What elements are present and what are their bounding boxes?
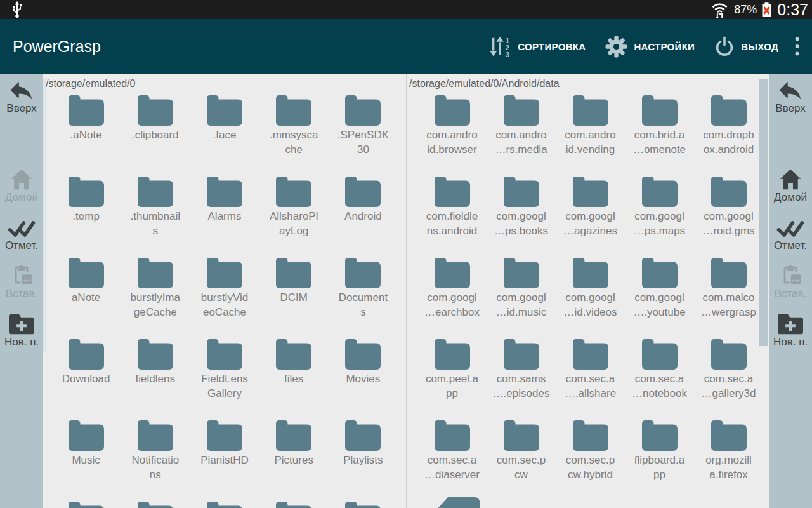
folder-item[interactable]: Download (51, 337, 121, 418)
folder-icon (639, 255, 680, 291)
folder-item[interactable]: Music (51, 418, 121, 499)
up-arrow-icon (777, 79, 804, 101)
folder-item-partial[interactable] (435, 497, 481, 508)
folder-item-partial[interactable] (121, 499, 190, 508)
folder-item[interactable]: Alarms (190, 174, 259, 255)
folder-item[interactable]: com.brid.a …omenote (625, 93, 694, 174)
sidebar-right-up-button[interactable]: Вверх (769, 79, 812, 115)
folder-item[interactable]: com.sams ….episodes (487, 337, 556, 418)
folder-item[interactable]: org.mozill a.firefox (694, 418, 763, 499)
folder-item[interactable]: com.andro id.vending (556, 93, 625, 174)
folder-icon (709, 174, 749, 210)
folder-item-partial[interactable] (51, 499, 121, 508)
sidebar-left-up-button[interactable]: Вверх (0, 79, 43, 115)
folder-item[interactable]: com.dropb ox.android (694, 93, 763, 174)
folder-item[interactable]: com.sec.p cw.hybrid (556, 418, 625, 499)
folder-item[interactable]: com.sec.a ….allshare (556, 337, 625, 418)
folder-grid-left[interactable]: .aNote.clipboard.face.mmsysca che.SPenSD… (51, 93, 398, 508)
folder-item[interactable]: fieldlens (121, 337, 190, 418)
overflow-menu-button[interactable] (795, 36, 799, 57)
folder-item[interactable]: .face (190, 93, 259, 174)
folder-label: Music (72, 453, 100, 468)
folder-item[interactable]: com.googl …earchbox (417, 255, 487, 337)
folder-icon (135, 337, 176, 372)
folder-item[interactable]: com.sec.p cw (487, 418, 556, 499)
folder-icon (135, 93, 176, 128)
folder-item[interactable]: .thumbnail s (121, 174, 190, 255)
overflow-menu-icon (795, 36, 799, 57)
folder-icon (204, 499, 245, 508)
exit-button[interactable]: ВЫХОД (714, 36, 778, 57)
folder-item[interactable]: Pictures (259, 418, 329, 499)
sidebar-label: Домой (774, 191, 807, 204)
folder-item[interactable]: Document s (329, 255, 398, 337)
folder-icon (343, 499, 383, 508)
folder-item[interactable]: com.sec.a …notebook (625, 337, 694, 418)
folder-item[interactable]: DCIM (259, 255, 329, 337)
app-bar: PowerGrasp 123СОРТИРОВКАНАСТРОЙКИВЫХОД (0, 19, 812, 74)
folder-item[interactable]: com.sec.a …diaserver (417, 418, 487, 499)
folder-item[interactable]: Movies (329, 337, 398, 418)
folder-item[interactable]: com.fieldle ns.android (417, 174, 487, 255)
folder-icon (343, 418, 383, 453)
sidebar-left-mark-button[interactable]: Отмет. (0, 217, 43, 252)
folder-item[interactable]: .mmsysca che (259, 93, 329, 174)
right-panel-scrollbar-thumb[interactable] (759, 79, 768, 346)
folder-grid-right[interactable]: com.andro id.browsercom.andro …rs.mediac… (417, 93, 763, 499)
folder-item[interactable]: FieldLens Gallery (190, 337, 259, 418)
folder-label: com.googl …ps.books (494, 210, 548, 238)
path-right: /storage/emulated/0/Android/data (409, 74, 769, 93)
folder-icon (709, 255, 749, 291)
folder-item[interactable]: aNote (51, 255, 121, 337)
folder-item[interactable]: files (259, 337, 329, 418)
folder-item-partial[interactable] (190, 499, 259, 508)
folder-item[interactable]: PianistHD (190, 418, 259, 499)
folder-item-partial[interactable] (329, 499, 398, 508)
folder-item[interactable]: burstlyIma geCache (121, 255, 190, 337)
folder-item[interactable]: .aNote (51, 93, 121, 174)
folder-item[interactable]: com.andro …rs.media (487, 93, 556, 174)
folder-label: .thumbnail s (131, 210, 180, 238)
sidebar-left-home-button[interactable]: Домой (0, 168, 43, 204)
folder-item[interactable]: AllsharePl ayLog (259, 174, 329, 255)
folder-item[interactable]: com.googl …ps.books (487, 174, 556, 255)
sidebar-label: Отмет. (5, 239, 38, 252)
svg-text:3: 3 (506, 50, 510, 57)
folder-item[interactable]: .temp (51, 174, 121, 255)
main-area: ВверхДомойОтмет.Встав.Нов. п. /storage/e… (0, 74, 812, 508)
folder-item[interactable]: flipboard.a pp (625, 418, 694, 499)
folder-item[interactable]: .clipboard (121, 93, 190, 174)
folder-item[interactable]: Playlists (329, 418, 398, 499)
sidebar-right-home-button[interactable]: Домой (769, 168, 812, 204)
sidebar-right-new-folder-button[interactable]: Нов. п. (769, 313, 812, 349)
folder-item-partial[interactable] (259, 499, 329, 508)
folder-item[interactable]: com.googl …agazines (556, 174, 625, 255)
folder-item[interactable]: Android (329, 174, 398, 255)
sidebar-right-paste-button[interactable]: Встав. (769, 265, 812, 300)
folder-item[interactable]: com.sec.a …gallery3d (694, 337, 763, 418)
settings-button[interactable]: НАСТРОЙКИ (605, 35, 695, 58)
folder-item[interactable]: .SPenSDK 30 (329, 93, 398, 174)
folder-icon (273, 418, 314, 453)
folder-icon (135, 418, 176, 453)
folder-item[interactable]: com.googl …id.music (487, 255, 556, 337)
sidebar-left-paste-button[interactable]: Встав. (0, 265, 43, 300)
left-panel-scrollbar-thumb[interactable] (43, 79, 46, 351)
sort-button[interactable]: 123СОРТИРОВКА (488, 36, 586, 57)
folder-item[interactable]: com.malco …wergrasp (694, 255, 763, 337)
folder-label: com.fieldle ns.android (426, 210, 478, 238)
folder-item[interactable]: com.peel.a pp (417, 337, 487, 418)
folder-item[interactable]: burstlyVid eoCache (190, 255, 259, 337)
folder-item[interactable]: com.googl …roid.gms (694, 174, 763, 255)
double-check-icon (8, 217, 36, 238)
sidebar-right-mark-button[interactable]: Отмет. (769, 217, 812, 252)
folder-item[interactable]: com.googl …id.videos (556, 255, 625, 337)
folder-label: com.sec.a …notebook (632, 372, 687, 401)
folder-item[interactable]: com.googl …ps.maps (625, 174, 694, 255)
folder-item[interactable]: com.googl ….youtube (625, 255, 694, 337)
folder-icon (343, 174, 383, 210)
folder-item[interactable]: com.andro id.browser (417, 93, 487, 174)
folder-item[interactable]: Notificatio ns (121, 418, 190, 499)
sidebar-left-new-folder-button[interactable]: Нов. п. (0, 313, 43, 349)
folder-label: com.sec.a ….allshare (565, 372, 616, 401)
